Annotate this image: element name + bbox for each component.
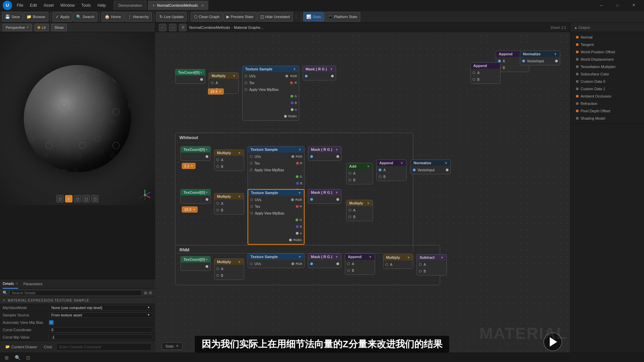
grid-icon[interactable]: ⊞ [144,291,147,295]
port-g-out[interactable] [290,95,293,98]
right-item-world-disp[interactable]: World Displacement [571,56,644,63]
mip-mode-value[interactable]: None (use computed mip level) ▼ [49,305,152,310]
menu-tools[interactable]: Tools [80,2,92,8]
port-mip-in[interactable] [245,88,247,91]
maximize-button[interactable]: □ [610,0,625,11]
port-app-b[interactable] [473,78,475,81]
const-coord-value[interactable]: 0 [49,327,152,333]
hierarchy-button[interactable]: ⋮ Hierarchy [125,12,152,21]
console-input[interactable] [56,343,152,351]
search-details-input[interactable] [9,290,142,296]
auto-mip-checkbox[interactable] [49,320,54,325]
search-button[interactable]: 🔍 Search [73,12,97,21]
lit-button[interactable]: Lit [35,24,49,31]
browse-button[interactable]: 📁 Browse [23,12,48,21]
node-mask-wo2[interactable]: Mask ( R G ) ▼ [308,189,341,204]
apply-button[interactable]: ✓ Apply [53,12,73,21]
texsample-expand[interactable]: ▼ [293,67,296,71]
port-rgba-out[interactable] [284,115,287,118]
nav-forward-button[interactable]: → [169,24,176,31]
node-normalize-top[interactable]: Normalize ▼ VectorInput [520,51,560,65]
preview-state-button[interactable]: ▶ Preview State [223,12,257,21]
port-b-out[interactable] [291,102,293,104]
taskbar-apps[interactable]: ⊡ [24,354,32,362]
platform-stats-button[interactable]: 📱 Platform Stats [325,12,360,21]
normalize-expand[interactable]: ▼ [554,52,557,56]
live-update-button[interactable]: ↻ Live Update [156,12,187,21]
port-mwo1-a[interactable] [216,159,219,161]
right-item-subsurface[interactable]: Subsurface Color [571,70,644,78]
node-multiply-wo3[interactable]: Multiply ▼ A B [346,200,373,221]
right-item-shading-model[interactable]: Shading Model [571,115,644,122]
port-mask-in[interactable] [305,75,308,77]
nav-back-button[interactable]: ← [159,24,166,31]
show-button[interactable]: Show [51,24,67,31]
stats-button[interactable]: 📊 Stats [303,12,324,21]
node-append-rnm[interactable]: Append ▼ A B [345,253,375,275]
port-rgb-out[interactable] [285,75,288,77]
port-wo-tc-out[interactable] [206,155,208,158]
save-button[interactable]: 💾 Save [2,12,23,21]
node-texsample-wo2[interactable]: Texture Sample ▼ UVs RGB Tex R [248,189,305,245]
node-add[interactable]: Add ▼ A B [346,163,373,184]
port-mask-out[interactable] [331,75,334,77]
right-item-normal[interactable]: Normal [571,34,644,41]
hide-unrelated-button[interactable]: ◫ Hide Unrelated [257,12,293,21]
right-item-pixel-depth[interactable]: Pixel Depth Offset [571,107,644,115]
port-app-a[interactable] [473,71,475,74]
node-multiply-rnm[interactable]: Multiply ▼ A B [214,258,244,280]
floor-btn[interactable]: ◻ [56,195,64,202]
port-ma-in[interactable] [211,81,214,84]
multiply-expand[interactable]: ▼ [232,74,236,78]
menu-help[interactable]: Help [96,2,107,8]
tab-demonstration[interactable]: Demonstration [114,1,147,10]
menu-window[interactable]: Window [59,2,76,8]
node-normalize-wo[interactable]: Normalize ▼ VectorInput [411,160,451,174]
minimize-button[interactable]: ─ [594,0,609,11]
node-mask-wo1[interactable]: Mask ( R G ) ▼ [308,146,341,161]
port-uvs-in[interactable] [245,75,247,77]
details-close-icon[interactable]: ✕ [15,282,18,285]
node-multiply-wo1[interactable]: Multiply ▼ A B [214,149,244,171]
home-button[interactable]: 🏠 Home [102,12,124,21]
taskbar-start[interactable]: ⊞ [3,354,11,362]
mask-expand-top[interactable]: ▼ [330,67,333,71]
cmd-button[interactable]: Cmd [42,344,54,350]
port-mwo1-b[interactable] [216,165,219,168]
sampler-source-value[interactable]: From texture asset ▼ [49,312,152,318]
gear-icon[interactable]: ⚙ [149,291,152,295]
node-texsample-rnm[interactable]: Texture Sample ▼ UVs RGB [248,253,305,268]
close-button[interactable]: ✕ [626,0,641,11]
tab-details[interactable]: Details ✕ [3,279,18,289]
breadcrumb-child[interactable]: Material Graphe... [234,25,263,29]
graph-canvas[interactable]: Append ▼ A B Normalize [155,32,570,353]
right-item-ambient[interactable]: Ambient Occlusion [571,93,644,100]
stats-panel-close[interactable]: ✕ [176,344,179,348]
right-item-custom0[interactable]: Custom Data 0 [571,78,644,85]
node-texcoord-top[interactable]: TexCoord[0] ▼ [175,69,205,84]
graph-area[interactable]: ← → ⊞ NormalCombineMethods › Material Gr… [155,23,570,353]
breadcrumb-root[interactable]: NormalCombineMethods [189,25,230,29]
node-subtract-rnm[interactable]: Subtract ▼ A B [417,254,447,276]
value-node-21[interactable]: 2.1 ▼ [182,163,196,169]
value-node-189-top[interactable]: 18.9 ▼ [208,88,224,95]
clean-graph-button[interactable]: ⬡ Clean Graph [191,12,222,21]
node-texcoord-rnm[interactable]: TexCoord[0] ▼ [180,256,211,271]
node-mask-top[interactable]: Mask ( R G ) ▼ [303,66,336,80]
node-texcoord-wo[interactable]: TexCoord[0] ▼ [180,146,211,161]
const-mip-value[interactable]: -1 [49,335,152,340]
play-overlay-button[interactable] [543,333,562,351]
right-item-tangent[interactable]: Tangent [571,41,644,48]
content-drawer-button[interactable]: 📂 Content Drawer [3,344,39,350]
node-append-b-top[interactable]: Append A B [470,62,500,84]
texcoord-expand[interactable]: ▼ [200,71,203,74]
node-append-wo[interactable]: Append ▼ A B [376,160,407,181]
tab-parameters[interactable]: Parameters [23,279,43,289]
right-item-refraction[interactable]: Refraction [571,100,644,107]
node-mask-rnm[interactable]: Mask ( R G ) ▼ [308,253,341,268]
perspective-button[interactable]: Perspective ▼ [3,24,32,31]
menu-asset[interactable]: Asset [42,2,55,8]
tab-normal-combine[interactable]: ✦ NormalCombineMethods ✕ [148,1,208,10]
node-texsample-top[interactable]: Texture Sample ▼ UVs RGB Tex R [242,66,299,121]
port-vector-in[interactable] [522,60,525,62]
